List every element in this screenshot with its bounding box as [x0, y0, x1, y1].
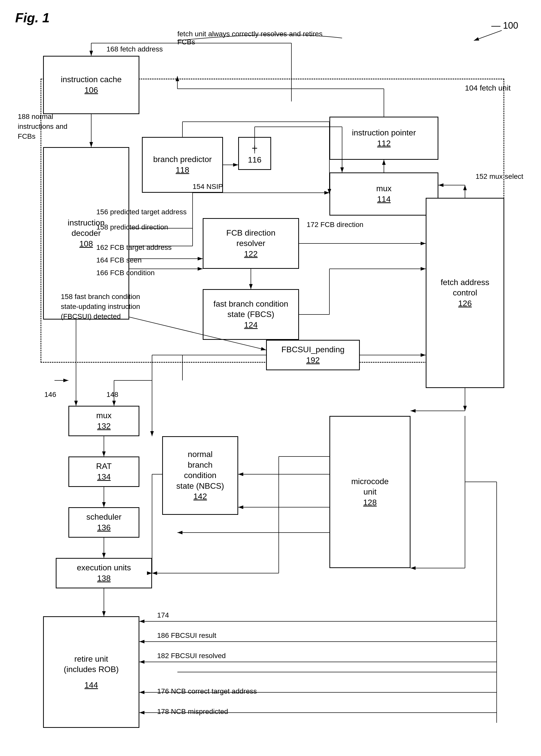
microcode-unit-line2: unit — [351, 487, 389, 497]
fbcs-line1: fast branch condition — [213, 299, 288, 309]
label-162: 162 FCB target address — [96, 243, 172, 252]
instruction-pointer-label: instruction pointer — [352, 128, 416, 138]
label-186: 186 FBCSUI result — [157, 631, 216, 640]
instruction-pointer-ref: 112 — [352, 138, 416, 149]
label-154: 154 NSIP — [193, 183, 223, 191]
fcb-dir-line1: FCB direction — [226, 228, 275, 238]
label-172: 172 FCB direction — [306, 221, 363, 229]
nbcs-line3: condition — [176, 470, 224, 481]
fcb-dir-ref: 122 — [226, 249, 275, 259]
retire-unit-line2: (includes ROB) — [64, 664, 119, 675]
label-174: 174 — [157, 611, 169, 619]
microcode-unit-line1: microcode — [351, 476, 389, 487]
label-176: 176 NCB correct target address — [157, 687, 257, 695]
fbcsui-pending-ref: 192 — [281, 355, 344, 366]
rat134-label: RAT — [96, 461, 112, 472]
scheduler136-label: scheduler — [86, 512, 122, 522]
fetch-address-control-box: fetch address control 126 — [426, 198, 504, 388]
fetch-addr-ctrl-line1: fetch address — [441, 277, 489, 288]
scheduler136-ref: 136 — [86, 522, 122, 533]
nbcs-ref: 142 — [176, 491, 224, 502]
execution-units-box: execution units 138 — [56, 558, 152, 588]
nbcs-line4: state (NBCS) — [176, 481, 224, 491]
label-182: 182 FBCSUI resolved — [157, 652, 226, 660]
label-156: 156 predicted target address — [96, 208, 187, 216]
mux114-label: mux — [376, 183, 391, 194]
plus116-label: + — [248, 142, 261, 155]
fig-label: Fig. 1 — [15, 10, 50, 25]
fbcs-line2: state (FBCS) — [213, 309, 288, 320]
label-168: 168 fetch address — [106, 45, 163, 53]
label-188: 188 normal instructions and FCBs — [18, 112, 76, 142]
label-166: 166 FCB condition — [96, 269, 155, 277]
label-146: 146 — [44, 391, 56, 399]
instruction-pointer-box: instruction pointer 112 — [329, 117, 438, 160]
instruction-cache-box: instruction cache 106 — [43, 56, 139, 114]
mux132-label: mux — [96, 410, 112, 421]
mux132-box: mux 132 — [68, 406, 139, 436]
branch-predictor-ref: 118 — [153, 165, 212, 175]
microcode-unit-box: microcode unit 128 — [329, 416, 410, 568]
plus116-box: + 116 — [238, 137, 271, 170]
branch-predictor-label: branch predictor — [153, 154, 212, 165]
mux114-ref: 114 — [376, 194, 391, 205]
label-148: 148 — [106, 391, 118, 399]
retire-unit-box: retire unit (includes ROB) 144 — [43, 616, 139, 728]
nbcs-box: normal branch condition state (NBCS) 142 — [162, 436, 238, 515]
fbcs-ref: 124 — [213, 320, 288, 330]
instruction-cache-label: instruction cache — [61, 74, 122, 85]
mux114-box: mux 114 — [329, 172, 438, 216]
ref-104-label: 104 fetch unit — [465, 84, 511, 92]
scheduler136-box: scheduler 136 — [68, 507, 139, 538]
nbcs-line2: branch — [176, 460, 224, 470]
label-158a: 158 predicted direction — [96, 223, 168, 231]
execution-units-ref: 138 — [77, 573, 131, 584]
fcb-direction-resolver-box: FCB direction resolver 122 — [203, 218, 299, 269]
ref-100: — 100 — [491, 20, 518, 31]
fetch-addr-ctrl-line2: control — [441, 288, 489, 298]
label-164: 164 FCB seen — [96, 256, 142, 264]
label-178: 178 NCB mispredicted — [157, 708, 228, 716]
execution-units-label: execution units — [77, 562, 131, 573]
fbcsui-pending-label: FBCSUI_pending — [281, 344, 344, 355]
microcode-unit-ref: 128 — [351, 497, 389, 508]
fbcs-box: fast branch condition state (FBCS) 124 — [203, 289, 299, 340]
label-158b: 158 fast branch condition state-updating… — [61, 292, 145, 322]
label-fetch-note: fetch unit always correctly resolves and… — [177, 30, 329, 46]
label-152: 152 mux select — [476, 172, 523, 181]
fbcsui-pending-box: FBCSUI_pending 192 — [266, 340, 360, 370]
rat134-ref: 134 — [96, 472, 112, 482]
rat134-box: RAT 134 — [68, 456, 139, 487]
plus116-ref: 116 — [248, 155, 261, 165]
instruction-cache-ref: 106 — [61, 85, 122, 96]
fetch-addr-ctrl-ref: 126 — [441, 298, 489, 309]
svg-line-4 — [474, 30, 502, 41]
mux132-ref: 132 — [96, 421, 112, 432]
nbcs-line1: normal — [176, 449, 224, 460]
fcb-dir-line2: resolver — [226, 238, 275, 249]
retire-unit-line1: retire unit — [64, 654, 119, 664]
retire-unit-ref: 144 — [64, 680, 119, 691]
